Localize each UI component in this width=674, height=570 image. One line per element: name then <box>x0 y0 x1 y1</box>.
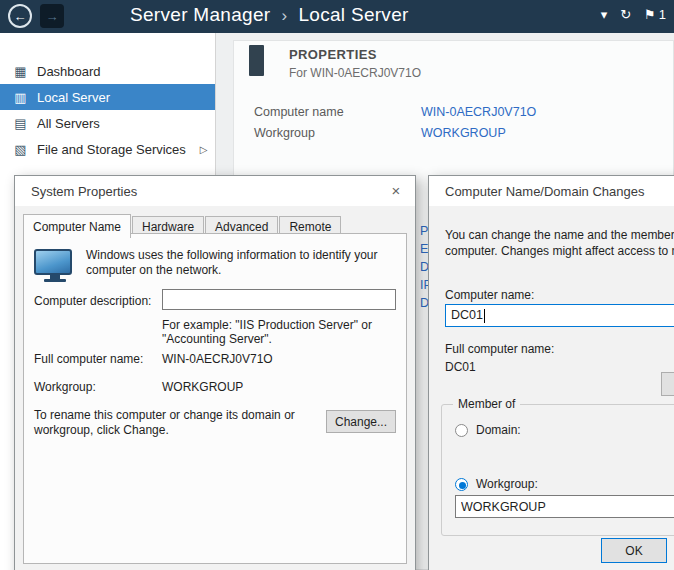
dialog-title: Computer Name/Domain Changes <box>445 184 644 199</box>
caret-down-icon[interactable]: ▾ <box>601 7 608 22</box>
full-computer-name-value: DC01 <box>445 360 476 374</box>
sidebar-item-label: File and Storage Services <box>37 142 186 157</box>
computer-name-label: Computer name: <box>445 288 534 302</box>
tab-computer-name[interactable]: Computer Name <box>23 214 131 238</box>
property-row: Workgroup WORKGROUP <box>254 126 536 147</box>
properties-rows: Computer name WIN-0AECRJ0V71O Workgroup … <box>254 105 536 147</box>
flag-icon: ⚑ <box>644 7 656 22</box>
radio-unselected-icon <box>455 424 468 437</box>
notifications-button[interactable]: ⚑ 1 <box>644 7 666 22</box>
text-caret <box>484 309 485 323</box>
dialog-titlebar[interactable]: System Properties × <box>15 176 415 206</box>
sidebar-item-label: All Servers <box>37 116 100 131</box>
breadcrumb: Server Manager › Local Server <box>130 4 409 26</box>
computer-description-label: Computer description: <box>34 294 151 308</box>
workgroup-label: Workgroup: <box>34 380 96 394</box>
more-button[interactable]: More... <box>661 372 674 396</box>
property-label: Computer name <box>254 105 421 126</box>
close-icon[interactable]: × <box>382 180 410 202</box>
topbar-actions: ▾ ↻ ⚑ 1 <box>601 7 666 22</box>
sidebar-item-all-servers[interactable]: ▤ All Servers <box>0 110 215 136</box>
domain-changes-dialog: Computer Name/Domain Changes You can cha… <box>428 175 674 570</box>
dialog-intro-text: computer. Changes might affect access to… <box>445 244 674 258</box>
workgroup-link[interactable]: WORKGROUP <box>421 126 506 147</box>
computer-description-input[interactable] <box>162 289 396 310</box>
sidebar-item-local-server[interactable]: ▥ Local Server <box>0 84 215 110</box>
forward-button[interactable]: → <box>40 4 64 28</box>
expand-chevron-icon[interactable]: ▷ <box>200 144 208 155</box>
full-computer-name-label: Full computer name: <box>34 352 143 366</box>
notification-count: 1 <box>659 7 666 22</box>
breadcrumb-item-server-manager[interactable]: Server Manager <box>130 4 270 26</box>
domain-radio-label: Domain: <box>476 423 521 437</box>
back-button[interactable]: ← <box>8 4 32 28</box>
rename-hint-text: To rename this computer or change its do… <box>34 408 295 438</box>
dialog-titlebar[interactable]: Computer Name/Domain Changes <box>429 176 674 206</box>
sidebar-item-file-storage-services[interactable]: ▧ File and Storage Services ▷ <box>0 136 215 162</box>
member-of-label: Member of <box>453 397 520 411</box>
dialog-title: System Properties <box>31 184 137 199</box>
sidebar-item-dashboard[interactable]: ▦ Dashboard <box>0 58 215 84</box>
computer-monitor-icon <box>34 249 76 282</box>
breadcrumb-separator-icon: › <box>281 6 287 26</box>
radio-selected-icon <box>455 478 468 491</box>
property-row: Computer name WIN-0AECRJ0V71O <box>254 105 536 126</box>
full-computer-name-label: Full computer name: <box>445 342 554 356</box>
workgroup-input[interactable] <box>455 495 674 518</box>
properties-title: PROPERTIES <box>289 47 377 62</box>
dialog-intro-text: You can change the name and the membersh… <box>445 228 674 242</box>
description-example-text: For example: "IIS Production Server" or … <box>162 318 372 346</box>
tab-intro-text: Windows uses the following information t… <box>86 248 388 278</box>
local-server-icon: ▥ <box>13 90 28 105</box>
workgroup-radio[interactable]: Workgroup: <box>455 477 538 491</box>
breadcrumb-item-local-server[interactable]: Local Server <box>298 4 408 26</box>
dashboard-icon: ▦ <box>13 64 28 79</box>
back-arrow-icon: ← <box>14 9 27 24</box>
change-button[interactable]: Change... <box>326 410 396 433</box>
refresh-icon[interactable]: ↻ <box>620 7 631 22</box>
topbar: ← → Server Manager › Local Server ▾ ↻ ⚑ … <box>0 0 674 33</box>
computer-name-tab-page: Windows uses the following information t… <box>23 233 407 564</box>
forward-arrow-icon: → <box>46 9 59 24</box>
file-storage-icon: ▧ <box>13 142 28 157</box>
sidebar-item-label: Dashboard <box>37 64 101 79</box>
sidebar-item-label: Local Server <box>37 90 110 105</box>
properties-subtitle: For WIN-0AECRJ0V71O <box>289 66 421 80</box>
computer-name-input[interactable]: DC01 <box>445 304 674 327</box>
full-computer-name-value: WIN-0AECRJ0V71O <box>162 352 273 366</box>
property-label: Workgroup <box>254 126 421 147</box>
domain-radio[interactable]: Domain: <box>455 423 521 437</box>
workgroup-value: WORKGROUP <box>162 380 243 394</box>
system-properties-dialog: System Properties × Computer Name Hardwa… <box>14 175 416 570</box>
tile-handle-icon <box>249 45 264 76</box>
computer-name-input-value: DC01 <box>451 308 483 322</box>
all-servers-icon: ▤ <box>13 116 28 131</box>
computer-name-link[interactable]: WIN-0AECRJ0V71O <box>421 105 536 126</box>
ok-button[interactable]: OK <box>601 538 667 563</box>
workgroup-radio-label: Workgroup: <box>476 477 538 491</box>
